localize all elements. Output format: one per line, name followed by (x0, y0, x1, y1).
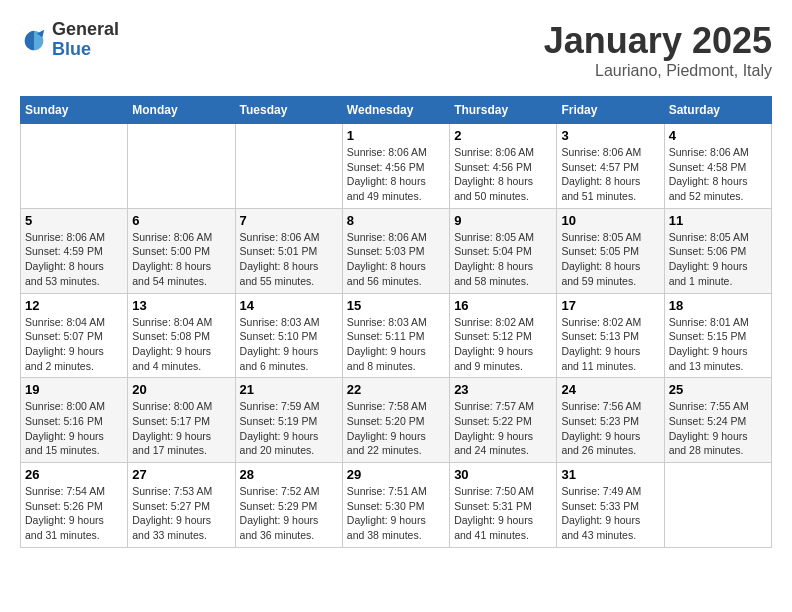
calendar-cell: 31Sunrise: 7:49 AM Sunset: 5:33 PM Dayli… (557, 463, 664, 548)
day-info: Sunrise: 8:06 AM Sunset: 5:00 PM Dayligh… (132, 230, 230, 289)
location: Lauriano, Piedmont, Italy (544, 62, 772, 80)
logo-icon (20, 26, 48, 54)
day-info: Sunrise: 8:02 AM Sunset: 5:12 PM Dayligh… (454, 315, 552, 374)
day-number: 3 (561, 128, 659, 143)
weekday-header-monday: Monday (128, 97, 235, 124)
day-number: 1 (347, 128, 445, 143)
day-number: 28 (240, 467, 338, 482)
day-number: 21 (240, 382, 338, 397)
day-number: 5 (25, 213, 123, 228)
calendar-cell: 8Sunrise: 8:06 AM Sunset: 5:03 PM Daylig… (342, 208, 449, 293)
calendar-cell: 22Sunrise: 7:58 AM Sunset: 5:20 PM Dayli… (342, 378, 449, 463)
day-number: 10 (561, 213, 659, 228)
day-info: Sunrise: 8:05 AM Sunset: 5:06 PM Dayligh… (669, 230, 767, 289)
calendar-cell (128, 124, 235, 209)
day-info: Sunrise: 7:59 AM Sunset: 5:19 PM Dayligh… (240, 399, 338, 458)
day-number: 22 (347, 382, 445, 397)
day-number: 30 (454, 467, 552, 482)
day-info: Sunrise: 8:06 AM Sunset: 4:56 PM Dayligh… (347, 145, 445, 204)
day-number: 11 (669, 213, 767, 228)
calendar-cell: 3Sunrise: 8:06 AM Sunset: 4:57 PM Daylig… (557, 124, 664, 209)
calendar-cell: 29Sunrise: 7:51 AM Sunset: 5:30 PM Dayli… (342, 463, 449, 548)
day-number: 31 (561, 467, 659, 482)
day-info: Sunrise: 7:52 AM Sunset: 5:29 PM Dayligh… (240, 484, 338, 543)
day-info: Sunrise: 8:06 AM Sunset: 4:59 PM Dayligh… (25, 230, 123, 289)
calendar-cell: 16Sunrise: 8:02 AM Sunset: 5:12 PM Dayli… (450, 293, 557, 378)
week-row-2: 12Sunrise: 8:04 AM Sunset: 5:07 PM Dayli… (21, 293, 772, 378)
day-number: 25 (669, 382, 767, 397)
day-number: 23 (454, 382, 552, 397)
calendar-cell: 28Sunrise: 7:52 AM Sunset: 5:29 PM Dayli… (235, 463, 342, 548)
day-number: 26 (25, 467, 123, 482)
calendar-cell: 24Sunrise: 7:56 AM Sunset: 5:23 PM Dayli… (557, 378, 664, 463)
calendar-cell: 2Sunrise: 8:06 AM Sunset: 4:56 PM Daylig… (450, 124, 557, 209)
month-title: January 2025 (544, 20, 772, 62)
weekday-header-row: SundayMondayTuesdayWednesdayThursdayFrid… (21, 97, 772, 124)
day-info: Sunrise: 7:51 AM Sunset: 5:30 PM Dayligh… (347, 484, 445, 543)
weekday-header-tuesday: Tuesday (235, 97, 342, 124)
page-header: General Blue January 2025 Lauriano, Pied… (20, 20, 772, 80)
day-number: 17 (561, 298, 659, 313)
calendar: SundayMondayTuesdayWednesdayThursdayFrid… (20, 96, 772, 548)
day-number: 19 (25, 382, 123, 397)
calendar-cell: 6Sunrise: 8:06 AM Sunset: 5:00 PM Daylig… (128, 208, 235, 293)
weekday-header-wednesday: Wednesday (342, 97, 449, 124)
weekday-header-thursday: Thursday (450, 97, 557, 124)
day-info: Sunrise: 8:00 AM Sunset: 5:16 PM Dayligh… (25, 399, 123, 458)
day-number: 2 (454, 128, 552, 143)
day-number: 13 (132, 298, 230, 313)
day-info: Sunrise: 7:56 AM Sunset: 5:23 PM Dayligh… (561, 399, 659, 458)
day-info: Sunrise: 8:00 AM Sunset: 5:17 PM Dayligh… (132, 399, 230, 458)
title-block: January 2025 Lauriano, Piedmont, Italy (544, 20, 772, 80)
day-info: Sunrise: 7:53 AM Sunset: 5:27 PM Dayligh… (132, 484, 230, 543)
calendar-cell: 25Sunrise: 7:55 AM Sunset: 5:24 PM Dayli… (664, 378, 771, 463)
day-info: Sunrise: 8:06 AM Sunset: 4:58 PM Dayligh… (669, 145, 767, 204)
calendar-cell: 15Sunrise: 8:03 AM Sunset: 5:11 PM Dayli… (342, 293, 449, 378)
week-row-4: 26Sunrise: 7:54 AM Sunset: 5:26 PM Dayli… (21, 463, 772, 548)
day-info: Sunrise: 8:05 AM Sunset: 5:05 PM Dayligh… (561, 230, 659, 289)
calendar-cell: 13Sunrise: 8:04 AM Sunset: 5:08 PM Dayli… (128, 293, 235, 378)
calendar-cell (664, 463, 771, 548)
day-info: Sunrise: 8:05 AM Sunset: 5:04 PM Dayligh… (454, 230, 552, 289)
day-number: 27 (132, 467, 230, 482)
day-info: Sunrise: 7:54 AM Sunset: 5:26 PM Dayligh… (25, 484, 123, 543)
day-number: 12 (25, 298, 123, 313)
calendar-cell: 18Sunrise: 8:01 AM Sunset: 5:15 PM Dayli… (664, 293, 771, 378)
day-number: 8 (347, 213, 445, 228)
calendar-cell: 23Sunrise: 7:57 AM Sunset: 5:22 PM Dayli… (450, 378, 557, 463)
logo-blue: Blue (52, 40, 119, 60)
day-number: 16 (454, 298, 552, 313)
calendar-cell: 9Sunrise: 8:05 AM Sunset: 5:04 PM Daylig… (450, 208, 557, 293)
calendar-cell: 26Sunrise: 7:54 AM Sunset: 5:26 PM Dayli… (21, 463, 128, 548)
calendar-cell: 7Sunrise: 8:06 AM Sunset: 5:01 PM Daylig… (235, 208, 342, 293)
logo-general: General (52, 20, 119, 40)
day-info: Sunrise: 7:57 AM Sunset: 5:22 PM Dayligh… (454, 399, 552, 458)
day-info: Sunrise: 8:03 AM Sunset: 5:11 PM Dayligh… (347, 315, 445, 374)
day-info: Sunrise: 8:04 AM Sunset: 5:08 PM Dayligh… (132, 315, 230, 374)
day-info: Sunrise: 8:03 AM Sunset: 5:10 PM Dayligh… (240, 315, 338, 374)
calendar-cell: 14Sunrise: 8:03 AM Sunset: 5:10 PM Dayli… (235, 293, 342, 378)
day-number: 9 (454, 213, 552, 228)
day-number: 7 (240, 213, 338, 228)
day-info: Sunrise: 8:01 AM Sunset: 5:15 PM Dayligh… (669, 315, 767, 374)
calendar-cell: 1Sunrise: 8:06 AM Sunset: 4:56 PM Daylig… (342, 124, 449, 209)
day-info: Sunrise: 7:55 AM Sunset: 5:24 PM Dayligh… (669, 399, 767, 458)
calendar-cell: 4Sunrise: 8:06 AM Sunset: 4:58 PM Daylig… (664, 124, 771, 209)
week-row-3: 19Sunrise: 8:00 AM Sunset: 5:16 PM Dayli… (21, 378, 772, 463)
calendar-cell: 30Sunrise: 7:50 AM Sunset: 5:31 PM Dayli… (450, 463, 557, 548)
calendar-cell: 19Sunrise: 8:00 AM Sunset: 5:16 PM Dayli… (21, 378, 128, 463)
calendar-cell: 20Sunrise: 8:00 AM Sunset: 5:17 PM Dayli… (128, 378, 235, 463)
day-number: 18 (669, 298, 767, 313)
day-number: 6 (132, 213, 230, 228)
day-info: Sunrise: 8:02 AM Sunset: 5:13 PM Dayligh… (561, 315, 659, 374)
calendar-cell: 11Sunrise: 8:05 AM Sunset: 5:06 PM Dayli… (664, 208, 771, 293)
day-info: Sunrise: 8:06 AM Sunset: 4:57 PM Dayligh… (561, 145, 659, 204)
day-number: 4 (669, 128, 767, 143)
logo-text: General Blue (52, 20, 119, 60)
day-info: Sunrise: 8:06 AM Sunset: 5:01 PM Dayligh… (240, 230, 338, 289)
calendar-cell: 5Sunrise: 8:06 AM Sunset: 4:59 PM Daylig… (21, 208, 128, 293)
day-number: 24 (561, 382, 659, 397)
day-number: 20 (132, 382, 230, 397)
calendar-cell: 27Sunrise: 7:53 AM Sunset: 5:27 PM Dayli… (128, 463, 235, 548)
day-number: 14 (240, 298, 338, 313)
